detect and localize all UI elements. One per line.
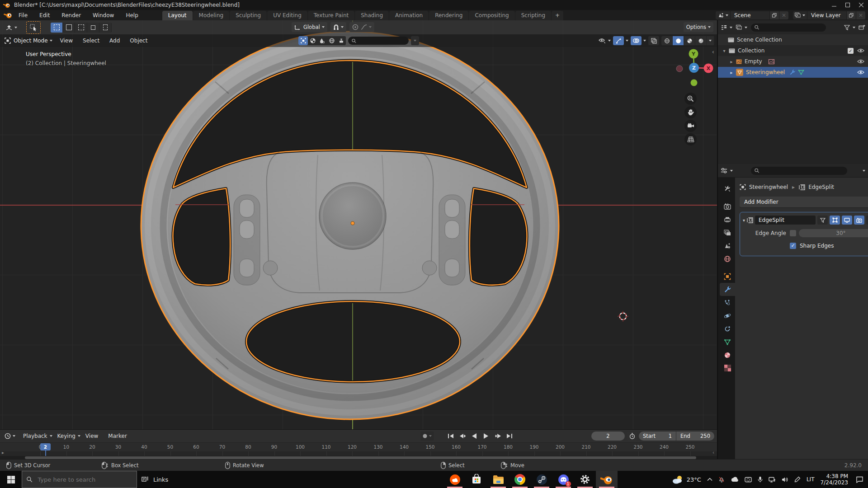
tray-expand-chevron-icon[interactable] [707,478,712,481]
expand-icon[interactable]: ▾ [722,48,727,53]
viewport-search-input[interactable] [356,38,405,44]
scene-copy-button[interactable] [769,11,779,19]
menu-window[interactable]: Window [87,12,120,19]
zoom-tool-button[interactable] [684,93,697,105]
links-toolbar[interactable]: Links [142,476,168,483]
tab-object-data[interactable] [720,335,735,348]
auto-keying-controls[interactable] [420,432,434,441]
show-overlays-toggle[interactable] [631,36,642,45]
weather-widget[interactable]: 23°C [672,475,701,484]
menu-file[interactable]: File [13,12,33,19]
modifier-name-field[interactable]: EdgeSplit [755,216,816,225]
properties-options-chevron[interactable] [863,170,865,172]
outliner-search-input[interactable] [759,24,822,31]
timeline-ruler[interactable]: 0102030405060708090100110120130140150160… [0,442,717,451]
hide-eye-icon[interactable] [857,59,864,64]
panel-expand-icon[interactable]: ▾ [743,218,745,223]
add-workspace-button[interactable]: + [552,11,563,20]
tab-tool[interactable] [720,182,735,195]
use-preview-range-button[interactable] [627,432,637,441]
outliner-row-steeringwheel[interactable]: ▸ Steeringwheel [718,67,868,78]
transform-orientation-dropdown[interactable]: Global [292,22,327,32]
show-gizmo-toggle[interactable] [613,36,624,45]
tab-sculpting[interactable]: Sculpting [230,11,267,20]
prev-keyframe-button[interactable] [457,432,468,441]
pan-tool-button[interactable] [684,106,697,118]
blender-menu-logo-icon[interactable] [4,12,13,19]
tab-output[interactable] [720,213,735,226]
next-keyframe-button[interactable] [492,432,503,441]
windows-ink-pen-icon[interactable] [794,476,801,483]
app-microsoft-store[interactable] [466,471,487,488]
brush-filter-icon[interactable] [336,36,346,45]
onedrive-cloud-icon[interactable] [731,477,739,482]
select-mode-subtract[interactable] [75,23,87,33]
expand-icon[interactable]: ▸ [729,70,734,75]
app-blender-active[interactable] [596,471,618,488]
shading-solid-button[interactable] [673,36,684,45]
select-mode-intersect[interactable] [99,23,112,33]
language-indicator[interactable]: LIT [807,476,815,483]
start-button[interactable] [0,471,22,488]
play-button[interactable] [481,432,491,441]
tab-scripting[interactable]: Scripting [515,11,551,20]
tab-modifiers[interactable] [720,283,735,296]
edge-angle-value-field[interactable]: 30° [799,229,868,237]
tab-object[interactable] [720,270,735,283]
tab-world[interactable] [720,252,735,265]
taskbar-search-input[interactable] [37,476,132,483]
play-reverse-button[interactable] [469,432,480,441]
breadcrumb-object[interactable]: Steeringwheel [749,184,788,190]
new-collection-button[interactable] [859,24,865,30]
notifications-muted-icon[interactable] [718,476,725,483]
navigation-gizmo[interactable]: Y X Z [673,45,716,90]
world-filter-icon[interactable] [327,36,336,45]
expand-icon[interactable]: ▸ [729,59,734,64]
modifier-extras-dropdown[interactable] [866,216,868,225]
tab-shading[interactable]: Shading [355,11,389,20]
properties-search[interactable] [751,167,847,175]
view-layer-copy-button[interactable] [846,11,856,19]
frame-start-field[interactable]: Start1 [639,432,676,441]
editor-type-button[interactable] [3,23,20,33]
viewport-search[interactable] [348,37,409,45]
jump-to-end-button[interactable] [504,432,515,441]
jump-to-start-button[interactable] [445,432,456,441]
tab-render[interactable] [720,200,735,213]
menu-keying[interactable]: Keying [52,433,80,439]
outliner-display-mode-dropdown[interactable] [721,25,732,30]
app-settings[interactable] [574,471,596,488]
taskbar-search[interactable] [22,471,137,488]
outliner-search[interactable] [751,23,826,32]
tab-constraints[interactable] [720,322,735,335]
properties-search-input[interactable] [759,167,844,174]
scene-browse-button[interactable] [716,11,730,19]
tab-layout[interactable]: Layout [162,11,193,20]
app-discord[interactable]: 1 [552,471,574,488]
select-mode-extend[interactable] [63,23,75,33]
taskbar-clock[interactable]: 4:38 PM 7/24/2023 [820,473,848,486]
visibility-dropdown[interactable] [599,38,611,44]
shading-wireframe-button[interactable] [661,36,673,45]
playhead-marker[interactable]: 2 [40,443,51,450]
modifier-edit-mode-toggle[interactable] [830,216,840,225]
menu-object[interactable]: Object [125,38,152,44]
tab-particles[interactable] [720,296,735,309]
current-frame-field[interactable]: 2 [591,432,625,441]
app-soundcloud[interactable] [444,471,466,488]
frame-end-field[interactable]: End250 [676,432,714,441]
scene-name[interactable]: Scene [730,11,769,19]
edge-angle-checkbox[interactable] [790,230,796,236]
menu-edit[interactable]: Edit [33,12,56,19]
close-button[interactable] [854,0,868,10]
hide-eye-icon[interactable] [857,48,864,53]
menu-playback[interactable]: Playback [18,433,52,439]
menu-marker[interactable]: Marker [103,433,132,439]
timeline-editor-type-button[interactable] [2,431,18,441]
collection-checkbox[interactable]: ✓ [848,48,854,54]
outliner-row-empty[interactable]: ▸ Empty [718,56,868,67]
outliner-row-collection[interactable]: ▾ Collection ✓ [718,45,868,56]
tab-rendering[interactable]: Rendering [429,11,468,20]
fluid-filter-icon[interactable] [317,36,327,45]
breadcrumb-modifier[interactable]: EdgeSplit [808,184,834,190]
